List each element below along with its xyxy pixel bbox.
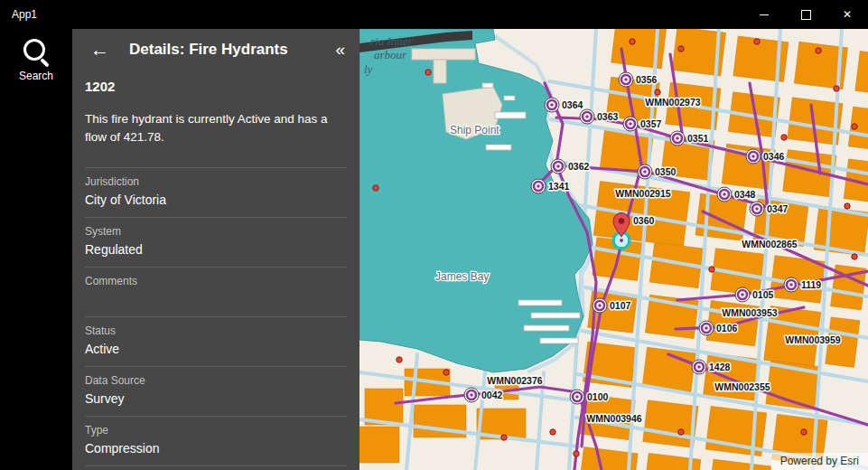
- field-label: Data Source: [85, 374, 347, 387]
- svg-text:0042: 0042: [481, 390, 503, 400]
- svg-text:0357: 0357: [640, 118, 662, 129]
- hydrant-dot[interactable]: [852, 254, 857, 259]
- svg-text:0356: 0356: [636, 74, 658, 85]
- field-flow: Flow421.78: [85, 465, 347, 470]
- svg-text:0348: 0348: [734, 189, 756, 200]
- field-list: JurisdictionCity of VictoriaSystemRegula…: [85, 167, 347, 470]
- search-icon: [21, 36, 51, 67]
- details-title: Details: Fire Hydrants: [129, 41, 288, 59]
- svg-text:0360: 0360: [633, 215, 655, 226]
- map-marker-WMN002355[interactable]: WMN002355: [714, 381, 770, 392]
- hydrant-dot[interactable]: [373, 185, 378, 191]
- window-titlebar: App1 ✕: [0, 0, 868, 29]
- hydrant-dot[interactable]: [781, 135, 787, 140]
- field-label: Jurisdiction: [85, 175, 347, 188]
- hydrant-dot[interactable]: [630, 39, 635, 44]
- hydrant-dot[interactable]: [443, 370, 449, 375]
- hydrant-dot[interactable]: [550, 429, 555, 435]
- hydrant-dot[interactable]: [425, 70, 431, 75]
- svg-text:0362: 0362: [568, 161, 590, 172]
- collapse-panel-button[interactable]: «: [335, 41, 345, 58]
- field-label: Comments: [85, 275, 347, 287]
- minimize-icon: [760, 14, 769, 15]
- feature-summary: This fire hydrant is currently Active an…: [85, 110, 347, 146]
- svg-text:0363: 0363: [597, 111, 619, 122]
- back-button[interactable]: ←: [90, 40, 109, 59]
- field-label: Status: [85, 324, 347, 337]
- svg-text:WMN002376: WMN002376: [487, 375, 542, 386]
- svg-text:WMN002915: WMN002915: [615, 188, 670, 199]
- hydrant-dot[interactable]: [709, 267, 714, 272]
- hydrant-dot[interactable]: [816, 48, 821, 53]
- field-comments: Comments: [85, 267, 347, 316]
- hydrant-dot[interactable]: [678, 429, 684, 435]
- maximize-icon: [801, 10, 811, 20]
- place-label: ly: [364, 62, 373, 76]
- place-label: Ship Point: [450, 124, 499, 136]
- map-marker-WMN003959[interactable]: WMN003959: [785, 334, 840, 345]
- details-header: ← Details: Fire Hydrants «: [72, 29, 359, 66]
- hydrant-dot[interactable]: [574, 451, 579, 456]
- svg-text:0107: 0107: [610, 300, 631, 311]
- map-marker-WMN003953[interactable]: WMN003953: [722, 307, 777, 318]
- window-controls: ✕: [743, 0, 868, 29]
- svg-text:1341: 1341: [548, 181, 570, 192]
- field-value: [85, 292, 347, 307]
- hydrant-dot[interactable]: [852, 124, 857, 129]
- place-label: arbour: [374, 48, 407, 61]
- svg-text:WMN002973: WMN002973: [645, 97, 700, 108]
- sidebar-item-search[interactable]: Search: [0, 29, 72, 82]
- window-title: App1: [0, 8, 37, 21]
- minimize-button[interactable]: [743, 0, 785, 29]
- hydrant-dot[interactable]: [501, 435, 507, 440]
- svg-text:0106: 0106: [716, 323, 738, 334]
- field-type: TypeCompression: [85, 416, 347, 465]
- field-value: Compression: [85, 441, 347, 456]
- map-marker-WMN002915[interactable]: WMN002915: [615, 188, 670, 199]
- map-marker-WMN002973[interactable]: WMN002973: [645, 97, 700, 108]
- svg-text:0105: 0105: [752, 289, 774, 300]
- svg-text:0347: 0347: [767, 203, 789, 214]
- svg-text:WMN003953: WMN003953: [722, 307, 777, 318]
- svg-text:0364: 0364: [562, 99, 583, 110]
- map-view[interactable]: 0356036403630357035103460362035013410348…: [359, 29, 868, 470]
- hydrant-dot[interactable]: [397, 357, 402, 362]
- sidebar: Search: [0, 29, 72, 470]
- field-value: Active: [85, 342, 347, 357]
- details-panel: ← Details: Fire Hydrants « 1202 This fir…: [72, 29, 359, 470]
- field-system: SystemRegulated: [85, 217, 347, 267]
- sidebar-item-label: Search: [19, 70, 53, 82]
- svg-text:0100: 0100: [587, 391, 609, 402]
- place-label: James Bay: [435, 270, 489, 283]
- field-value: City of Victoria: [85, 193, 347, 208]
- svg-text:0346: 0346: [763, 151, 785, 162]
- field-jurisdiction: JurisdictionCity of Victoria: [85, 167, 347, 217]
- svg-text:1428: 1428: [709, 362, 731, 372]
- field-value: Regulated: [85, 242, 347, 258]
- svg-text:WMN002865: WMN002865: [742, 239, 797, 249]
- svg-text:WMN003946: WMN003946: [586, 413, 641, 424]
- hydrant-dot[interactable]: [845, 203, 850, 209]
- svg-text:WMN003959: WMN003959: [785, 334, 840, 345]
- map-marker-WMN002376[interactable]: WMN002376: [487, 375, 542, 386]
- field-label: System: [85, 225, 347, 238]
- hydrant-dot[interactable]: [678, 46, 684, 52]
- close-button[interactable]: ✕: [826, 0, 868, 29]
- svg-text:WMN002355: WMN002355: [714, 381, 770, 392]
- svg-text:0350: 0350: [655, 166, 677, 177]
- field-status: StatusActive: [85, 316, 347, 366]
- field-data-source: Data SourceSurvey: [85, 366, 347, 416]
- hydrant-dot[interactable]: [801, 429, 807, 435]
- hydrant-dot[interactable]: [754, 39, 760, 44]
- map-svg[interactable]: 0356036403630357035103460362035013410348…: [359, 29, 868, 470]
- svg-text:0351: 0351: [687, 133, 709, 144]
- close-icon: ✕: [843, 8, 852, 21]
- maximize-button[interactable]: [785, 0, 826, 29]
- map-marker-WMN002865[interactable]: WMN002865: [742, 239, 797, 249]
- map-marker-WMN003946[interactable]: WMN003946: [586, 413, 641, 424]
- feature-id-heading: 1202: [85, 79, 347, 94]
- map-attribution[interactable]: Powered by Esri: [771, 453, 868, 470]
- hydrant-dot[interactable]: [655, 89, 660, 95]
- hydrant-dot[interactable]: [834, 86, 839, 91]
- field-value: Survey: [85, 391, 347, 407]
